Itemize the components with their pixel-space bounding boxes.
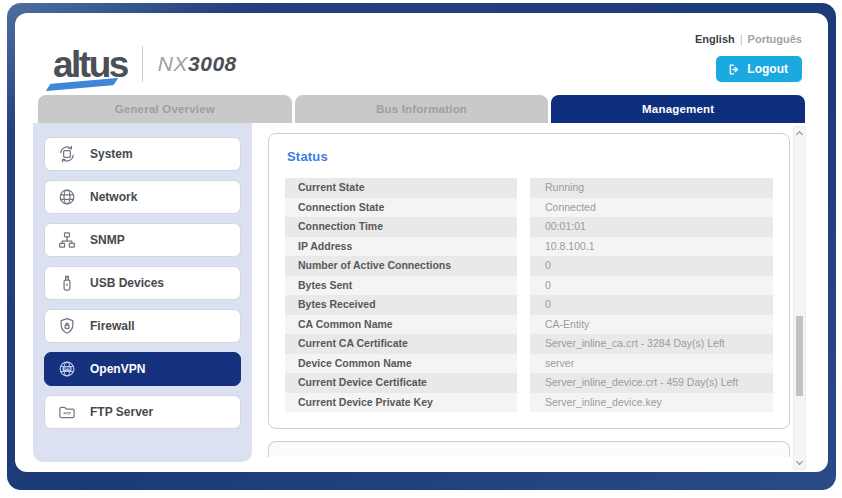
- content-body: System Network SNMP: [15, 123, 828, 472]
- status-row-bytes-sent: Bytes Sent 0: [285, 276, 773, 296]
- vpn-badge-text: VPN: [64, 367, 71, 371]
- sidebar-item-snmp[interactable]: SNMP: [44, 223, 241, 257]
- status-row-connection-state: Connection State Connected: [285, 198, 773, 218]
- status-row-label: Connection State: [285, 198, 517, 218]
- ftp-folder-icon: FTP: [57, 402, 77, 422]
- scrollbar-thumb[interactable]: [796, 316, 803, 396]
- logout-label: Logout: [747, 62, 788, 76]
- status-row-value: Running: [530, 178, 773, 198]
- status-row-ca-certificate: Current CA Certificate Server_inline_ca.…: [285, 334, 773, 354]
- scroll-up-arrow-icon[interactable]: [796, 131, 803, 138]
- sidebar-item-label: Network: [90, 190, 137, 204]
- status-row-value: 0: [530, 256, 773, 276]
- vertical-scrollbar[interactable]: [793, 126, 806, 470]
- status-row-value: 0: [530, 295, 773, 315]
- status-row-label: IP Address: [285, 237, 517, 257]
- tab-bus-information[interactable]: Bus Information: [295, 95, 549, 123]
- app-card: altus NX3008 English | Português: [15, 13, 828, 472]
- sidebar-item-label: Firewall: [90, 319, 135, 333]
- status-row-device-certificate: Current Device Certificate Server_inline…: [285, 373, 773, 393]
- status-row-label: Bytes Received: [285, 295, 517, 315]
- main-content: Status Current State Running Connection …: [252, 123, 828, 472]
- status-row-active-connections: Number of Active Connections 0: [285, 256, 773, 276]
- status-row-bytes-received: Bytes Received 0: [285, 295, 773, 315]
- sidebar-item-network[interactable]: Network: [44, 180, 241, 214]
- sidebar-item-ftp-server[interactable]: FTP FTP Server: [44, 395, 241, 429]
- sidebar-item-openvpn[interactable]: VPN OpenVPN: [44, 352, 241, 386]
- sidebar-item-label: OpenVPN: [90, 362, 145, 376]
- status-row-current-state: Current State Running: [285, 178, 773, 198]
- status-row-label: Device Common Name: [285, 354, 517, 374]
- next-panel-partial: [268, 441, 790, 457]
- status-row-label: CA Common Name: [285, 315, 517, 335]
- status-row-value: server: [530, 354, 773, 374]
- usb-drive-icon: [57, 273, 77, 293]
- ftp-badge-text: FTP: [63, 412, 71, 416]
- tab-general-overview[interactable]: General Overview: [38, 95, 292, 123]
- status-row-label: Current CA Certificate: [285, 334, 517, 354]
- shield-lock-icon: [57, 316, 77, 336]
- status-row-device-common-name: Device Common Name server: [285, 354, 773, 374]
- status-panel-title: Status: [287, 149, 773, 164]
- model-name: NX3008: [158, 52, 237, 76]
- sidebar-item-label: USB Devices: [90, 276, 164, 290]
- status-row-label: Bytes Sent: [285, 276, 517, 296]
- status-row-value: 00:01:01: [530, 217, 773, 237]
- sidebar-item-label: SNMP: [90, 233, 125, 247]
- logo-divider: [142, 46, 143, 82]
- network-tree-icon: [57, 230, 77, 250]
- status-panel: Status Current State Running Connection …: [268, 133, 790, 429]
- status-row-value: Server_inline_device.crt - 459 Day(s) Le…: [530, 373, 773, 393]
- status-row-value: Server_inline_device.key: [530, 393, 773, 413]
- app-frame: altus NX3008 English | Português: [7, 3, 836, 490]
- status-row-label: Current State: [285, 178, 517, 198]
- brand-text: altus: [53, 46, 127, 83]
- sidebar-item-system[interactable]: System: [44, 137, 241, 171]
- altus-logo: altus NX3008: [53, 33, 237, 95]
- language-separator: |: [740, 33, 743, 45]
- language-english-link[interactable]: English: [695, 33, 735, 45]
- status-row-value: 10.8.100.1: [530, 237, 773, 257]
- sidebar-item-label: System: [90, 147, 133, 161]
- header-right: English | Português Logout: [695, 25, 802, 95]
- logout-button[interactable]: Logout: [716, 56, 802, 82]
- vpn-globe-icon: VPN: [57, 359, 77, 379]
- tab-management[interactable]: Management: [551, 95, 805, 123]
- status-table: Current State Running Connection State C…: [285, 178, 773, 412]
- scroll-down-arrow-icon[interactable]: [796, 458, 803, 465]
- status-row-value: Server_inline_ca.crt - 3284 Day(s) Left: [530, 334, 773, 354]
- model-prefix: NX: [158, 52, 188, 75]
- sidebar-item-label: FTP Server: [90, 405, 153, 419]
- status-row-connection-time: Connection Time 00:01:01: [285, 217, 773, 237]
- status-row-value: 0: [530, 276, 773, 296]
- logout-icon: [727, 63, 740, 76]
- sidebar-item-usb-devices[interactable]: USB Devices: [44, 266, 241, 300]
- language-switcher: English | Português: [695, 33, 802, 45]
- brand-wordmark: altus: [53, 46, 127, 83]
- chip-refresh-icon: [57, 144, 77, 164]
- language-portuguese-link[interactable]: Português: [748, 33, 802, 45]
- status-row-label: Current Device Private Key: [285, 393, 517, 413]
- status-row-label: Number of Active Connections: [285, 256, 517, 276]
- header: altus NX3008 English | Português: [15, 13, 828, 95]
- status-row-ip-address: IP Address 10.8.100.1: [285, 237, 773, 257]
- sidebar: System Network SNMP: [33, 123, 252, 462]
- status-row-value: CA-Entity: [530, 315, 773, 335]
- tab-bar: General Overview Bus Information Managem…: [15, 95, 828, 123]
- status-row-label: Connection Time: [285, 217, 517, 237]
- status-row-device-private-key: Current Device Private Key Server_inline…: [285, 393, 773, 413]
- sidebar-item-firewall[interactable]: Firewall: [44, 309, 241, 343]
- status-row-value: Connected: [530, 198, 773, 218]
- status-row-label: Current Device Certificate: [285, 373, 517, 393]
- globe-icon: [57, 187, 77, 207]
- model-number: 3008: [188, 52, 237, 75]
- status-row-ca-common-name: CA Common Name CA-Entity: [285, 315, 773, 335]
